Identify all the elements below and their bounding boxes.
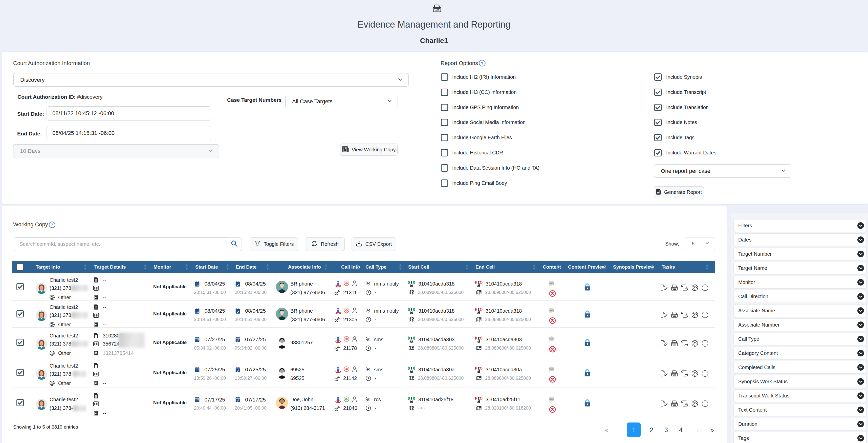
svg-text:?: ? xyxy=(51,223,53,227)
svg-text:SMS: SMS xyxy=(549,282,554,284)
svg-text:SMS: SMS xyxy=(549,309,554,312)
svg-text:SMS: SMS xyxy=(549,398,554,400)
svg-text:SMS: SMS xyxy=(549,368,554,370)
svg-text:SMS: SMS xyxy=(549,338,554,340)
svg-text:?: ? xyxy=(481,61,483,65)
